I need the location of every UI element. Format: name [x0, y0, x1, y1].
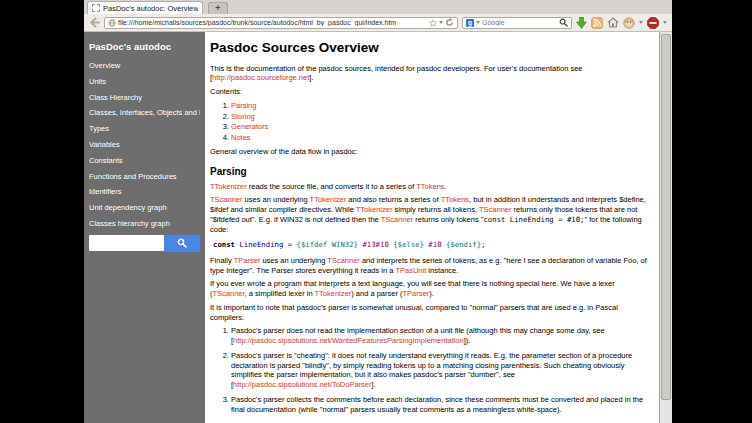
doc-text: const LineEnding = #10; [483, 215, 584, 224]
doc-text: = [283, 240, 296, 249]
greasemonkey-dropdown-icon[interactable] [639, 21, 643, 24]
sidebar-title: PasDoc's autodoc [89, 41, 200, 52]
list-item: Pasdoc's parser collects the comments be… [231, 395, 651, 415]
google-engine-icon[interactable]: g [466, 19, 474, 27]
bookmark-star-icon[interactable] [429, 19, 437, 27]
paragraph: Finally TParser uses an underlying TScan… [210, 256, 651, 276]
new-tab-button[interactable]: + [208, 2, 228, 14]
paragraph: Contents: [210, 87, 651, 97]
doc-text: Contents: [210, 87, 242, 96]
doc-text: {$ifdef WIN32} [297, 240, 359, 249]
toolbar-addon-icons [576, 17, 667, 29]
doc-link[interactable]: http://pasdoc.sourceforge.net [212, 73, 309, 82]
sidebar-item[interactable]: Overview [89, 61, 200, 70]
sidebar-item[interactable]: Types [89, 124, 200, 133]
doc-link[interactable]: TScanner [381, 215, 414, 224]
sidebar-item[interactable]: Classes hierarchy graph [89, 219, 200, 228]
download-button[interactable] [576, 17, 587, 29]
scrollbar-thumb[interactable] [661, 34, 671, 400]
back-arrow-icon [89, 17, 100, 28]
doc-link[interactable]: TScanner [210, 195, 243, 204]
search-magnifier-icon [177, 238, 187, 248]
list-item: Storing [231, 112, 651, 122]
rss-feed-button[interactable] [591, 17, 603, 29]
back-button[interactable] [89, 17, 100, 28]
vertical-scrollbar[interactable] [659, 32, 672, 423]
sidebar: PasDoc's autodoc OverviewUnitsClass Hier… [84, 32, 205, 423]
sidebar-item[interactable]: Class Hierarchy [89, 93, 200, 102]
doc-link[interactable]: TPasUnit [395, 266, 426, 275]
doc-text: ). [429, 289, 434, 298]
doc-link[interactable]: Parsing [231, 101, 256, 110]
sidebar-search-input[interactable] [89, 235, 164, 251]
sidebar-item[interactable]: Identifiers [89, 187, 200, 196]
doc-text: ]. [309, 73, 313, 82]
sidebar-item[interactable]: Functions and Procedures [89, 172, 200, 181]
doc-text: ) and a parser ( [351, 289, 402, 298]
sidebar-item[interactable]: Unit dependency graph [89, 203, 200, 212]
doc-text: ]. [372, 380, 376, 389]
location-dropdown-icon[interactable] [439, 21, 443, 24]
page-title: Pasdoc Sources Overview [210, 39, 651, 57]
search-bar[interactable]: g [462, 17, 572, 29]
content-area: PasDoc's autodoc OverviewUnitsClass Hier… [84, 32, 672, 423]
doc-link[interactable]: TTokenizer [315, 289, 352, 298]
sidebar-item[interactable]: Variables [89, 140, 200, 149]
doc-text: const [213, 240, 235, 249]
sidebar-item[interactable]: Constants [89, 156, 200, 165]
doc-text: instance. [426, 266, 458, 275]
navigation-toolbar: g [84, 14, 672, 32]
doc-body: This is the documentation of the pasdoc … [210, 64, 651, 423]
doc-link[interactable]: TScanner [213, 289, 245, 298]
download-arrow-icon [576, 17, 587, 29]
doc-link[interactable]: TTokens [416, 182, 444, 191]
sidebar-item[interactable]: Units [89, 77, 200, 86]
greasemonkey-button[interactable] [623, 17, 635, 29]
section-heading: Parsing [210, 165, 651, 178]
doc-link[interactable]: TScanner [327, 256, 360, 265]
doc-link[interactable]: TParser [234, 256, 261, 265]
reload-icon[interactable] [445, 18, 454, 27]
browser-window: PasDoc's autodoc: Overview + g [84, 0, 672, 423]
search-magnifier-icon[interactable] [559, 18, 568, 27]
doc-link[interactable]: Storing [231, 112, 255, 121]
doc-text: simply returns all tokens, [392, 205, 479, 214]
paragraph: General overview of the data flow in pas… [210, 147, 651, 157]
doc-link[interactable]: TTokenizer [310, 195, 347, 204]
sidebar-search-button[interactable] [164, 235, 200, 252]
tab-title: PasDoc's autodoc: Overview [103, 4, 198, 13]
search-engine-dropdown-icon[interactable] [476, 21, 480, 24]
url-bar[interactable] [104, 17, 458, 29]
tab-bar: PasDoc's autodoc: Overview + [84, 0, 672, 14]
doc-text: {$else} [393, 240, 424, 249]
default-favicon-icon [92, 4, 100, 12]
ordered-list: Pasdoc's parser does not read the implem… [210, 326, 651, 414]
doc-link[interactable]: Generators [231, 122, 269, 131]
doc-text: Pasdoc's parser collects the comments be… [231, 395, 643, 414]
doc-text: and also returns a series of [346, 195, 441, 204]
doc-text: It is important to note that pasdoc's pa… [210, 303, 618, 322]
home-icon [607, 17, 619, 28]
url-input[interactable] [118, 19, 427, 26]
list-item: Parsing [231, 101, 651, 111]
adblock-plus-button[interactable] [647, 17, 659, 29]
globe-icon [108, 19, 116, 27]
doc-link[interactable]: TTokenizer [356, 205, 393, 214]
tab-pasdoc-autodoc[interactable]: PasDoc's autodoc: Overview [87, 1, 203, 14]
doc-link[interactable]: http://pasdoc.sipsolutions.net/WantedFea… [233, 336, 464, 345]
doc-link[interactable]: TTokenizer [210, 182, 247, 191]
doc-link[interactable]: http://pasdoc.sipsolutions.net/ToDoParse… [233, 380, 371, 389]
doc-link[interactable]: TTokens [441, 195, 469, 204]
sidebar-item[interactable]: Classes, Interfaces, Objects and Records [89, 108, 200, 117]
doc-text: ; [481, 240, 485, 249]
home-button[interactable] [607, 17, 619, 28]
adblock-dropdown-icon[interactable] [663, 21, 667, 24]
doc-link[interactable]: TScanner [479, 205, 512, 214]
web-search-input[interactable] [482, 19, 557, 26]
doc-link[interactable]: TParser [402, 289, 429, 298]
doc-text: uses an underlying [243, 195, 310, 204]
doc-text: returns only tokens " [413, 215, 483, 224]
list-item: Generators [231, 122, 651, 132]
doc-text: {$endif} [446, 240, 481, 249]
doc-link[interactable]: Notes [231, 133, 251, 142]
